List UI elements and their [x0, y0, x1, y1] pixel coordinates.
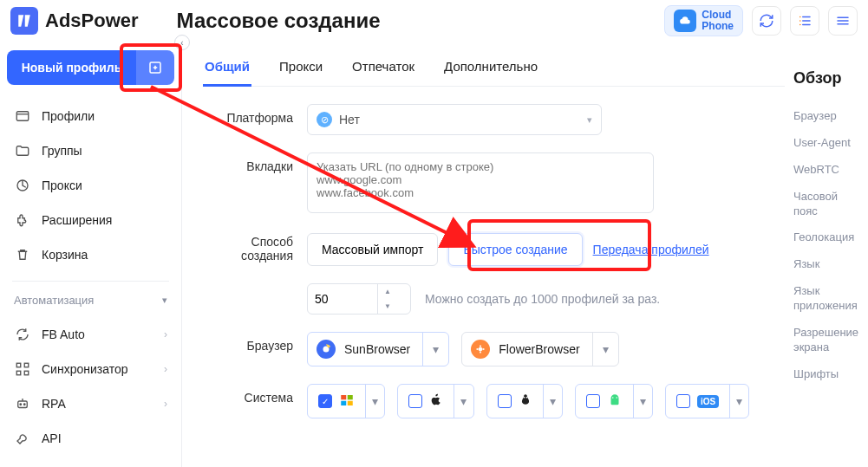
quantity-stepper[interactable]: ▲ ▼: [307, 283, 411, 315]
os-macos-dropdown[interactable]: ▾: [454, 385, 473, 418]
nav-section-automation[interactable]: Автоматизация ▾: [0, 287, 181, 314]
os-windows[interactable]: ✓ ▾: [307, 384, 385, 418]
flowerbrowser-icon: [471, 340, 490, 359]
svg-point-4: [799, 24, 801, 26]
browser-flower[interactable]: FlowerBrowser ▾: [461, 332, 618, 366]
overview-item[interactable]: Геолокация: [793, 224, 861, 251]
overview-item[interactable]: User-Agent: [793, 130, 861, 157]
browser-sun[interactable]: SunBrowser ▾: [307, 332, 449, 366]
menu-button[interactable]: [828, 6, 858, 36]
nav-trash[interactable]: Корзина: [0, 237, 181, 272]
folder-icon: [14, 142, 31, 159]
overview-item[interactable]: WebRTC: [793, 157, 861, 184]
nav-label: Расширения: [42, 213, 112, 227]
svg-rect-25: [341, 395, 346, 399]
os-windows-dropdown[interactable]: ▾: [365, 385, 384, 418]
overview-item[interactable]: Шрифты: [793, 361, 861, 388]
form-area: Общий Прокси Отпечаток Дополнительно Пла…: [203, 52, 785, 467]
overview-item[interactable]: Разрешение экрана: [793, 320, 861, 361]
browser-sun-dropdown[interactable]: ▾: [422, 333, 448, 366]
chevron-right-icon: ›: [164, 363, 167, 375]
os-ios[interactable]: iOS ▾: [665, 384, 749, 418]
transfer-profiles-link[interactable]: Передача профилей: [593, 243, 709, 256]
os-linux-dropdown[interactable]: ▾: [543, 385, 562, 418]
new-profile-plus-button[interactable]: [136, 50, 174, 85]
tab-general[interactable]: Общий: [203, 52, 251, 87]
overview-item[interactable]: Часовой пояс: [793, 184, 861, 225]
robot-icon: [14, 395, 31, 412]
svg-rect-16: [24, 363, 29, 367]
method-quick-create[interactable]: Быстрое создание: [448, 233, 582, 266]
chevron-right-icon: ›: [164, 398, 167, 410]
svg-rect-15: [16, 363, 21, 367]
nav-profiles[interactable]: Профили: [0, 99, 181, 133]
chevron-down-icon: ▾: [162, 295, 167, 306]
overview-item[interactable]: Язык приложения: [793, 278, 861, 320]
nav-synchronizer[interactable]: Синхронизатор ›: [0, 352, 181, 386]
browser-label: Браузер: [203, 332, 307, 353]
overview-item[interactable]: Браузер: [793, 103, 861, 130]
svg-point-21: [24, 404, 26, 405]
platform-select[interactable]: ⊘ Нет ▾: [307, 104, 602, 135]
nav-label: Группы: [42, 144, 82, 158]
nav-label: API: [42, 431, 62, 445]
platform-none-icon: ⊘: [317, 112, 332, 127]
overview-title: Обзор: [793, 69, 861, 88]
app-logo: AdsPower: [10, 7, 139, 35]
svg-rect-28: [348, 400, 353, 405]
header-actions: Cloud Phone: [664, 5, 858, 36]
browser-flower-dropdown[interactable]: ▾: [592, 333, 618, 366]
method-label: Способ создания: [203, 233, 307, 263]
checkbox-icon: ✓: [318, 394, 332, 408]
list-button[interactable]: [790, 6, 819, 36]
os-android[interactable]: ▾: [575, 384, 653, 418]
cloud-phone-label: Cloud Phone: [702, 10, 734, 32]
nav-extensions[interactable]: Расширения: [0, 203, 181, 237]
cloud-phone-icon: [674, 10, 696, 32]
tabs-url-input[interactable]: [307, 152, 654, 213]
refresh-button[interactable]: [752, 6, 781, 36]
svg-rect-18: [24, 371, 29, 375]
globe-icon: [14, 177, 31, 194]
tab-advanced[interactable]: Дополнительно: [442, 52, 539, 86]
new-profile-button[interactable]: Новый профиль: [7, 50, 136, 85]
cloud-phone-button[interactable]: Cloud Phone: [664, 5, 743, 36]
svg-point-31: [612, 397, 614, 399]
nav-label: FB Auto: [42, 328, 85, 341]
quantity-hint: Можно создать до 1000 профилей за раз.: [425, 292, 660, 306]
svg-point-29: [524, 396, 525, 398]
checkbox-icon: [408, 394, 422, 408]
nav-label: Профили: [42, 109, 95, 123]
checkbox-icon: [498, 394, 512, 408]
nav-groups[interactable]: Группы: [0, 133, 181, 168]
overview-item[interactable]: Язык: [793, 251, 861, 278]
os-ios-dropdown[interactable]: ▾: [729, 385, 748, 418]
os-linux[interactable]: ▾: [486, 384, 563, 418]
quantity-up[interactable]: ▲: [378, 284, 397, 299]
method-mass-import[interactable]: Массовый импорт: [307, 233, 438, 266]
svg-point-24: [479, 347, 483, 352]
quantity-input[interactable]: [308, 284, 377, 314]
nav-rpa[interactable]: RPA ›: [0, 386, 181, 421]
tabs-url-label: Вкладки: [203, 152, 307, 173]
nav-label: Корзина: [42, 248, 88, 262]
nav-section-label: Автоматизация: [14, 294, 94, 307]
tab-proxy[interactable]: Прокси: [277, 52, 324, 86]
nav-proxy[interactable]: Прокси: [0, 168, 181, 203]
refresh-icon: [14, 326, 31, 343]
sidebar: ‹ Новый профиль Профили Группы Прокси Р: [0, 42, 182, 467]
nav-fb-auto[interactable]: FB Auto ›: [0, 317, 181, 352]
nav-label: Синхронизатор: [42, 362, 128, 376]
header: AdsPower Массовое создание Cloud Phone: [0, 0, 868, 42]
quantity-down[interactable]: ▼: [378, 299, 397, 314]
os-android-dropdown[interactable]: ▾: [633, 385, 652, 418]
sidebar-collapse-button[interactable]: ‹: [174, 35, 190, 50]
svg-point-30: [525, 396, 526, 398]
trash-icon: [14, 246, 31, 263]
nav-api[interactable]: API: [0, 421, 181, 456]
chevron-right-icon: ›: [164, 328, 167, 341]
tab-fingerprint[interactable]: Отпечаток: [350, 52, 416, 86]
logo-mark-icon: [10, 7, 38, 35]
overview-panel: Обзор Браузер User-Agent WebRTC Часовой …: [785, 52, 868, 467]
os-macos[interactable]: ▾: [397, 384, 473, 418]
